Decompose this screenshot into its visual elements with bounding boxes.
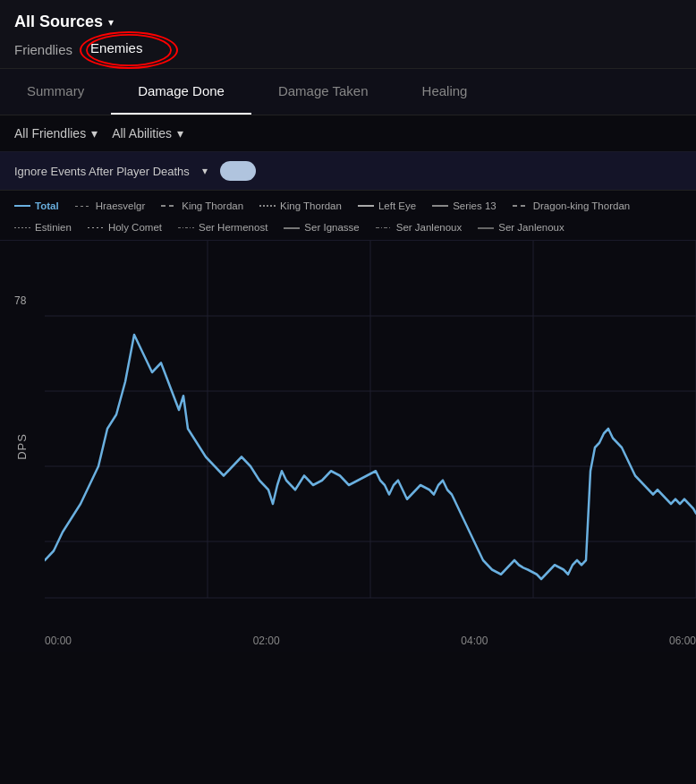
top-bar: All Sources ▾ Friendlies Enemies [0, 0, 696, 69]
legend-line-ser-ignasse [284, 227, 300, 229]
xaxis-label-0000: 00:00 [45, 635, 72, 647]
source-dropdown-arrow[interactable]: ▾ [108, 16, 114, 29]
tab-damage-done[interactable]: Damage Done [111, 69, 251, 115]
xaxis-label-0200: 02:00 [253, 635, 280, 647]
legend-line-ser-janlenoux-2 [478, 227, 494, 229]
legend-label-dragon-king-thordan: Dragon-king Thordan [533, 198, 630, 214]
nav-tabs: Summary Damage Done Damage Taken Healing [0, 69, 696, 115]
legend-line-left-eye [358, 205, 374, 207]
legend-left-eye: Left Eye [358, 198, 416, 214]
legend-line-dragon-king-thordan [513, 205, 529, 207]
friendlies-filter-btn[interactable]: All Friendlies ▾ [14, 126, 98, 141]
legend-series-13: Series 13 [432, 198, 497, 214]
abilities-filter-label: All Abilities [112, 126, 172, 141]
legend-line-hraesvelgr [75, 206, 91, 207]
legend-line-series-13 [432, 205, 448, 207]
xaxis-label-0600: 06:00 [669, 635, 696, 647]
legend-label-estinien: Estinien [35, 219, 72, 235]
abilities-dropdown-arrow: ▾ [177, 126, 183, 141]
chart-number-label: 78 [14, 294, 26, 307]
friendlies-dropdown-arrow: ▾ [91, 126, 98, 141]
enemies-circle-wrapper: Enemies [90, 40, 142, 59]
source-selector[interactable]: All Sources ▾ [14, 13, 682, 31]
legend-label-series-13: Series 13 [453, 198, 497, 214]
legend-line-total [14, 205, 30, 207]
toggle-switch[interactable] [220, 161, 256, 181]
legend-hraesvelgr: Hraesvelgr [75, 198, 146, 214]
legend-line-ser-hermenost [178, 227, 194, 229]
legend-label-left-eye: Left Eye [378, 198, 416, 214]
chart-container: DPS 78 00:00 02:00 04:00 06:00 [0, 241, 696, 652]
tab-damage-taken[interactable]: Damage Taken [251, 69, 395, 115]
legend-estinien: Estinien [14, 219, 72, 235]
legend-label-ser-janlenoux-1: Ser Janlenoux [396, 219, 463, 235]
legend-line-king-thordan-2 [259, 205, 276, 207]
legend-ser-hermenost: Ser Hermenost [178, 219, 267, 235]
legend-line-estinien [14, 227, 30, 229]
legend-label-king-thordan-1: King Thordan [182, 198, 243, 214]
tab-healing[interactable]: Healing [395, 69, 495, 115]
filter-tab-enemies[interactable]: Enemies [90, 38, 142, 57]
legend-label-total: Total [35, 198, 59, 214]
legend-ser-janlenoux-1: Ser Janlenoux [376, 219, 463, 235]
legend-ser-janlenoux-2: Ser Janlenoux [478, 219, 564, 235]
legend-total: Total [14, 198, 59, 214]
legend-line-holy-comet [88, 227, 104, 229]
legend-king-thordan-2: King Thordan [259, 198, 342, 214]
chart-yaxis-label: DPS [15, 433, 29, 460]
legend-dragon-king-thordan: Dragon-king Thordan [513, 198, 630, 214]
toggle-dropdown-arrow[interactable]: ▾ [202, 165, 208, 177]
xaxis-label-0400: 04:00 [461, 635, 488, 647]
legend-area: Total Hraesvelgr King Thordan King Thord… [0, 191, 696, 241]
legend-label-holy-comet: Holy Comet [108, 219, 162, 235]
legend-line-ser-janlenoux-1 [376, 227, 392, 229]
legend-ser-ignasse: Ser Ignasse [284, 219, 359, 235]
tab-summary[interactable]: Summary [0, 69, 111, 115]
legend-label-king-thordan-2: King Thordan [280, 198, 342, 214]
toggle-row: Ignore Events After Player Deaths ▾ [0, 152, 696, 191]
dps-chart [45, 241, 696, 617]
filter-tab-friendlies[interactable]: Friendlies [14, 40, 72, 59]
abilities-filter-btn[interactable]: All Abilities ▾ [112, 126, 183, 141]
legend-line-king-thordan-1 [161, 205, 177, 207]
legend-row: Total Hraesvelgr King Thordan King Thord… [14, 198, 682, 236]
source-label: All Sources [14, 13, 103, 31]
legend-king-thordan-1: King Thordan [161, 198, 243, 214]
legend-label-ser-hermenost: Ser Hermenost [199, 219, 267, 235]
xaxis-labels: 00:00 02:00 04:00 06:00 [45, 629, 696, 647]
toggle-label: Ignore Events After Player Deaths [14, 165, 190, 178]
legend-holy-comet: Holy Comet [88, 219, 162, 235]
filter-tabs: Friendlies Enemies [14, 40, 682, 59]
legend-label-hraesvelgr: Hraesvelgr [96, 198, 146, 214]
legend-label-ser-ignasse: Ser Ignasse [304, 219, 359, 235]
friendlies-filter-label: All Friendlies [14, 126, 86, 141]
legend-label-ser-janlenoux-2: Ser Janlenoux [498, 219, 564, 235]
filter-row: All Friendlies ▾ All Abilities ▾ [0, 115, 696, 152]
